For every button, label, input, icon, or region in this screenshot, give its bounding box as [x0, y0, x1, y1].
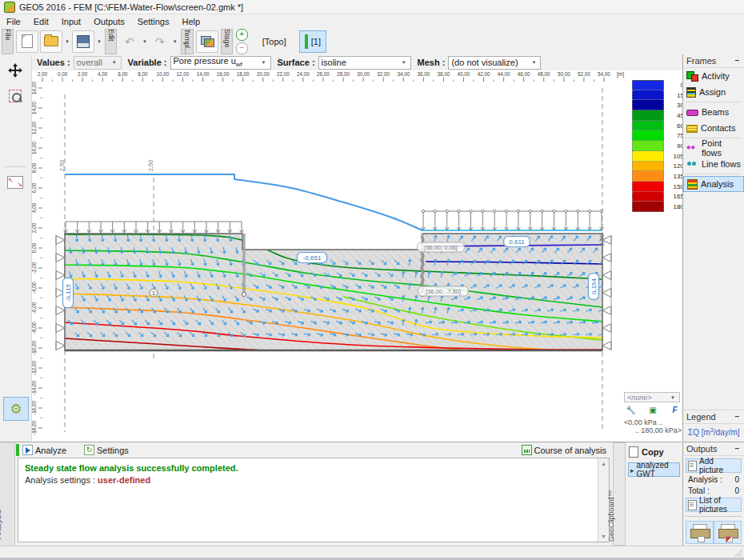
outputs-minimize-button[interactable]: – [733, 446, 741, 452]
svg-text:36,00: 36,00 [417, 71, 430, 77]
legend-minimize-button[interactable]: – [733, 414, 741, 420]
color-scale-step: 45,00 [632, 110, 682, 121]
frames-item-beams[interactable]: Beams [683, 104, 744, 120]
pan-tool-button[interactable] [3, 59, 27, 82]
frames-item-contacts[interactable]: Contacts [683, 120, 744, 136]
svg-text:30,00: 30,00 [357, 71, 370, 77]
fit-view-button[interactable] [3, 171, 27, 194]
print-button[interactable] [686, 521, 714, 544]
menu-bar: FileEditInputOutputsSettingsHelp [0, 14, 744, 28]
svg-text:0,154: 0,154 [590, 278, 598, 294]
resize-grip[interactable] [735, 550, 742, 557]
stage-remove-button[interactable]: − [236, 42, 248, 54]
frames-item-point-flows[interactable]: Point flows [683, 140, 744, 156]
undo-button[interactable]: ↶ [119, 31, 140, 52]
drawing-area[interactable]: -0,6510,611-0,1150,154[36,00; 0,06][36,0… [32, 70, 682, 442]
menu-outputs[interactable]: Outputs [87, 16, 131, 27]
course-of-analysis-button[interactable]: Course of analysis [522, 444, 607, 456]
copy-button[interactable]: Copy [627, 442, 681, 458]
svg-text:[36,00; -7,50]: [36,00; -7,50] [426, 288, 461, 295]
menu-file[interactable]: File [0, 16, 27, 27]
surface-combo[interactable]: isoline▼ [318, 56, 411, 70]
frames-item-list: ActivityAssignBeamsContactsPoint flowsLi… [683, 68, 744, 192]
new-file-button[interactable] [16, 30, 38, 53]
svg-text:-0,115: -0,115 [65, 283, 72, 302]
svg-text:48,00: 48,00 [538, 71, 550, 77]
print-preview-button[interactable] [714, 521, 742, 544]
frames-item-analysis[interactable]: Analysis [683, 176, 744, 192]
legend-entry: ΣQ [m3/day/m] [683, 424, 744, 437]
frames-item-label: Point flows [702, 138, 744, 158]
apply-scale-icon[interactable]: ▣ [648, 406, 658, 415]
undo-dropdown-arrow[interactable]: ▼ [142, 39, 147, 44]
color-scale-step: 135,00 [632, 171, 682, 182]
stage-topo-button[interactable]: [Topo] [258, 34, 291, 50]
save-dropdown-arrow[interactable]: ▼ [97, 39, 102, 44]
redo-dropdown-arrow[interactable]: ▼ [173, 39, 178, 44]
stage-add-button[interactable]: + [236, 29, 248, 41]
svg-text:0,00: 0,00 [32, 242, 37, 253]
svg-text:-10,00: -10,00 [32, 341, 37, 355]
file-vertical-tab[interactable]: File [2, 29, 14, 54]
analyze-button[interactable]: Analyze [22, 444, 66, 456]
frames-item-label: Beams [702, 107, 729, 117]
boundary-supports [602, 235, 611, 350]
main-toolbar: File ▼ ▼ Edit ↶ ▼ ↷ ▼ Templ... Stage + −… [0, 28, 744, 55]
save-file-button[interactable] [72, 30, 94, 53]
svg-text:16,00: 16,00 [217, 71, 230, 77]
frames-minimize-button[interactable]: – [733, 58, 741, 64]
scale-range-from: <0,00 kPa .. [624, 418, 682, 426]
stage-1-active-bar [305, 34, 308, 49]
frames-item-label: Analysis [701, 179, 734, 189]
open-dropdown-arrow[interactable]: ▼ [65, 39, 70, 44]
list-of-pictures-button[interactable]: List of pictures [686, 498, 742, 512]
geoclipboard-strip[interactable]: GeoClipboard™ [613, 442, 626, 546]
frames-item-activity[interactable]: Activity [683, 68, 744, 84]
total-count-row: Total :0 [683, 484, 744, 495]
analysis-stage-bar [16, 444, 19, 456]
svg-text:6,00: 6,00 [118, 71, 128, 77]
analysis-mode-tab[interactable]: Analysis [0, 442, 15, 546]
drawing-canvas[interactable]: -0,6510,611-0,1150,154[36,00; 0,06][36,0… [32, 70, 682, 442]
stage-vertical-tab[interactable]: Stage [221, 29, 233, 54]
analysis-bottom-frame: Analysis Analyze ↻ Settings Course of an… [0, 442, 682, 546]
print-picture-button[interactable] [196, 30, 218, 53]
view-settings-button[interactable]: ⚙ [3, 397, 29, 421]
svg-text:2,00: 2,00 [78, 71, 88, 77]
values-combo[interactable]: overall▼ [74, 56, 122, 70]
menu-help[interactable]: Help [175, 16, 206, 27]
stage-add-remove: + − [234, 28, 250, 55]
analyzed-gwt-item[interactable]: analyzed GWT [628, 462, 680, 477]
svg-text:2,00: 2,00 [32, 222, 37, 233]
function-icon[interactable]: F [670, 406, 680, 415]
templates-vertical-tab[interactable]: Templ... [181, 29, 194, 54]
svg-text:[36,00; 0,06]: [36,00; 0,06] [424, 244, 458, 251]
menu-edit[interactable]: Edit [27, 16, 55, 27]
surface-label: Surface : [278, 58, 315, 67]
menu-settings[interactable]: Settings [131, 16, 176, 27]
redo-button[interactable]: ↷ [150, 31, 170, 52]
zoom-tool-button[interactable] [3, 85, 27, 107]
svg-text:12,00: 12,00 [32, 122, 37, 134]
menu-input[interactable]: Input [55, 16, 87, 27]
mesh-combo[interactable]: (do not visualize)▼ [448, 56, 541, 70]
frames-item-line-flows[interactable]: Line flows [683, 156, 744, 172]
point-flows-icon [686, 143, 698, 154]
scroll-up-icon[interactable]: ▲ [598, 458, 609, 469]
open-file-button[interactable] [40, 30, 62, 53]
frames-item-assign[interactable]: Assign [683, 84, 744, 100]
stage-1-button[interactable]: [1] [299, 30, 326, 53]
beams-icon [686, 107, 698, 118]
add-picture-button[interactable]: Add picture [686, 458, 742, 473]
redo-icon: ↷ [155, 36, 165, 47]
analysis-settings-button[interactable]: ↻ Settings [84, 444, 129, 456]
settings-icon: ↻ [84, 445, 94, 455]
activity-icon [686, 71, 698, 82]
wrench-icon[interactable]: 🔧 [626, 406, 636, 415]
scale-preset-combo[interactable]: <none>▼ [624, 392, 680, 402]
svg-text:0,611: 0,611 [509, 238, 525, 246]
svg-text:4,00: 4,00 [32, 202, 37, 213]
variable-combo[interactable]: Pore pressure uwf▼ [170, 56, 271, 70]
edit-vertical-tab[interactable]: Edit [105, 29, 117, 54]
svg-text:52,00: 52,00 [578, 71, 590, 77]
